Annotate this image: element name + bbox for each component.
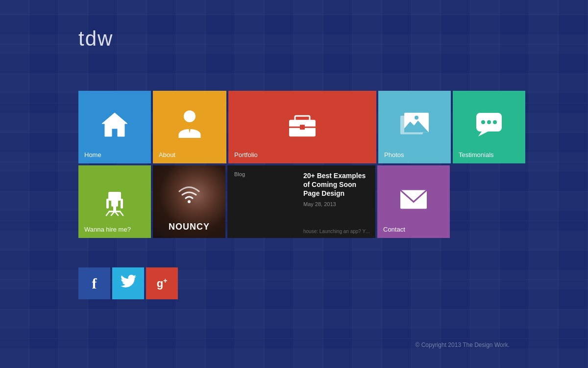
blog-footer: house: Launching an app? Your do <box>303 229 371 234</box>
svg-point-14 <box>487 120 491 124</box>
svg-point-1 <box>184 110 196 122</box>
mail-icon <box>398 188 429 210</box>
tile-hire[interactable]: Wanna hire me? <box>78 165 151 238</box>
tile-home[interactable]: Home <box>78 91 151 163</box>
svg-rect-24 <box>106 199 109 209</box>
blog-date: May 28, 2013 <box>303 201 371 207</box>
tile-contact[interactable]: Contact <box>377 165 450 238</box>
svg-point-26 <box>188 200 191 203</box>
blog-content: 20+ Best Examples of Coming Soon Page De… <box>303 171 371 207</box>
svg-point-15 <box>493 120 497 124</box>
tile-blog[interactable]: Blog 20+ Best Examples of Coming Soon Pa… <box>227 165 375 238</box>
person-icon <box>176 109 203 139</box>
svg-point-13 <box>481 120 485 124</box>
photos-icon <box>399 112 430 137</box>
about-label: About <box>159 151 220 158</box>
facebook-icon: f <box>92 275 97 292</box>
svg-line-23 <box>120 211 123 215</box>
google-plus-icon: g+ <box>157 277 168 290</box>
social-google[interactable]: g+ <box>146 267 178 299</box>
tile-nouncy[interactable]: NOUNCY <box>153 165 225 238</box>
home-label: Home <box>84 151 145 158</box>
social-facebook[interactable]: f <box>78 267 110 299</box>
tile-photos[interactable]: Photos <box>378 91 451 163</box>
svg-rect-17 <box>108 192 121 201</box>
tile-about[interactable]: About <box>153 91 226 163</box>
portfolio-label: Portfolio <box>234 151 370 158</box>
site-logo: tdw <box>78 27 113 51</box>
blog-title: 20+ Best Examples of Coming Soon Page De… <box>303 171 371 198</box>
tile-portfolio[interactable]: Portfolio <box>228 91 376 163</box>
tiles-row-1: Home About <box>78 91 525 163</box>
social-twitter[interactable] <box>112 267 144 299</box>
copyright: © Copyright 2013 The Design Work. <box>416 342 510 348</box>
tiles-row-2: Wanna hire me? NOUNCY Blog 20+ Best Exam… <box>78 165 525 238</box>
social-row: f g+ <box>78 267 178 299</box>
svg-point-9 <box>415 116 418 120</box>
svg-line-22 <box>106 211 109 215</box>
twitter-icon <box>121 275 136 292</box>
nouncy-text: NOUNCY <box>153 222 225 232</box>
home-icon <box>100 111 129 138</box>
tile-testimonials[interactable]: Testimonials <box>453 91 525 163</box>
briefcase-icon <box>285 110 319 138</box>
photos-label: Photos <box>384 151 445 158</box>
svg-rect-25 <box>121 199 123 209</box>
chat-icon <box>474 111 504 138</box>
hire-label: Wanna hire me? <box>84 226 145 233</box>
chair-icon <box>100 185 129 215</box>
tiles-container: Home About <box>78 91 525 238</box>
wifi-icon <box>177 184 201 206</box>
svg-marker-12 <box>478 131 488 136</box>
testimonials-label: Testimonials <box>459 151 519 158</box>
contact-label: Contact <box>383 226 444 233</box>
svg-rect-6 <box>300 125 305 130</box>
svg-marker-0 <box>102 113 127 136</box>
